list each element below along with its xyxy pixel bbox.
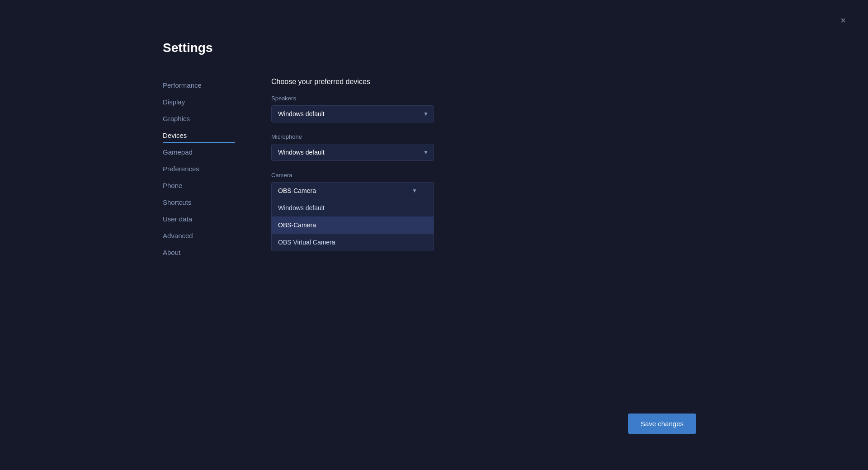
content-area: Choose your preferred devices Speakers W… (271, 78, 533, 262)
page-title: Settings (163, 41, 533, 55)
sidebar-item-about[interactable]: About (163, 245, 235, 260)
microphone-group: Microphone Windows default Built-in Micr… (271, 133, 533, 161)
microphone-select[interactable]: Windows default Built-in Microphone USB … (271, 144, 434, 161)
section-title: Choose your preferred devices (271, 78, 533, 86)
sidebar-item-display[interactable]: Display (163, 94, 235, 109)
sidebar-item-performance[interactable]: Performance (163, 78, 235, 93)
camera-selected-value: OBS-Camera (278, 187, 316, 194)
camera-select-trigger[interactable]: OBS-Camera ▼ (271, 182, 434, 199)
speakers-group: Speakers Windows default Realtek HD Audi… (271, 95, 533, 122)
speakers-select-wrapper: Windows default Realtek HD Audio HDMI Ou… (271, 105, 434, 122)
camera-label: Camera (271, 172, 533, 179)
sidebar: Performance Display Graphics Devices Gam… (163, 78, 235, 262)
camera-option-obs-camera[interactable]: OBS-Camera (272, 216, 434, 234)
camera-group: Camera OBS-Camera ▼ Windows default OBS-… (271, 172, 533, 251)
camera-dropdown-container: OBS-Camera ▼ Windows default OBS-Camera … (271, 182, 434, 251)
modal-overlay: × Settings Performance Display Graphics … (0, 0, 868, 470)
microphone-label: Microphone (271, 133, 533, 140)
sidebar-item-graphics[interactable]: Graphics (163, 111, 235, 126)
save-changes-button[interactable]: Save changes (628, 414, 696, 434)
sidebar-item-advanced[interactable]: Advanced (163, 228, 235, 243)
settings-body: Performance Display Graphics Devices Gam… (163, 78, 533, 262)
camera-chevron-icon: ▼ (412, 188, 417, 194)
close-button[interactable]: × (836, 14, 850, 27)
sidebar-item-devices[interactable]: Devices (163, 128, 235, 143)
sidebar-item-shortcuts[interactable]: Shortcuts (163, 195, 235, 210)
camera-option-obs-virtual-camera[interactable]: OBS Virtual Camera (272, 234, 434, 251)
settings-container: Settings Performance Display Graphics De… (163, 41, 533, 262)
camera-dropdown-open: Windows default OBS-Camera OBS Virtual C… (271, 199, 434, 251)
sidebar-item-preferences[interactable]: Preferences (163, 161, 235, 176)
sidebar-item-gamepad[interactable]: Gamepad (163, 145, 235, 160)
sidebar-item-phone[interactable]: Phone (163, 178, 235, 193)
camera-option-windows-default[interactable]: Windows default (272, 199, 434, 216)
speakers-label: Speakers (271, 95, 533, 102)
speakers-select[interactable]: Windows default Realtek HD Audio HDMI Ou… (271, 105, 434, 122)
microphone-select-wrapper: Windows default Built-in Microphone USB … (271, 144, 434, 161)
sidebar-item-user-data[interactable]: User data (163, 212, 235, 226)
